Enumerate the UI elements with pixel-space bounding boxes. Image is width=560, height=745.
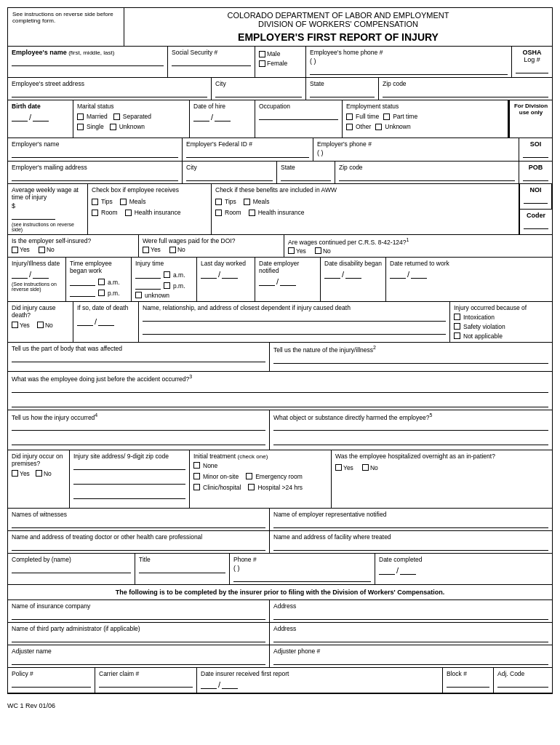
gender-cell: Male Female bbox=[255, 47, 306, 77]
room2-cb[interactable]: Room bbox=[215, 209, 241, 216]
began-am[interactable]: a.m. bbox=[98, 279, 120, 286]
insurer-section-header: The following is to be completed by the … bbox=[8, 585, 552, 600]
employer-phone-label: Employer's phone # bbox=[317, 140, 515, 148]
time-began-label: Time employee began work bbox=[70, 260, 127, 274]
hospital-cb[interactable]: Hospital >24 hrs bbox=[248, 484, 303, 491]
wages-continued-cell: Are wages continued per C.R.S. 8-42-124?… bbox=[284, 235, 552, 257]
injury-pm[interactable]: p.m. bbox=[164, 282, 185, 290]
wages-no[interactable]: No bbox=[169, 246, 185, 253]
form-main-title: EMPLOYER'S FIRST REPORT OF INJURY bbox=[127, 31, 549, 43]
employment-status-cell: Employment status Full time Part time Ot… bbox=[343, 100, 508, 138]
injury-am[interactable]: a.m. bbox=[164, 271, 185, 279]
insurance-address-cell: Address bbox=[270, 600, 552, 622]
instructions-label: See instructions on reverse side before … bbox=[12, 11, 113, 24]
occupation-label: Occupation bbox=[259, 103, 338, 110]
federal-id-cell: Employer's Federal ID # bbox=[183, 138, 313, 161]
room-cb[interactable]: Room bbox=[92, 209, 118, 216]
full-wages-label: Were full wages paid for the DOI? bbox=[143, 237, 280, 244]
self-yes[interactable]: Yes bbox=[12, 246, 30, 253]
wc-footer-label: WC 1 Rev 01/06 bbox=[7, 702, 55, 709]
hire-date-cell: Date of hire / bbox=[190, 100, 255, 138]
carrier-label: Carrier claim # bbox=[99, 670, 193, 677]
mailing-zip-label: Zip code bbox=[339, 164, 515, 171]
meals-cb[interactable]: Meals bbox=[120, 198, 146, 205]
health-cb[interactable]: Health insurance bbox=[125, 209, 181, 216]
meals2-cb[interactable]: Meals bbox=[244, 198, 270, 205]
osha-label: OSHA bbox=[516, 49, 548, 56]
block-cell: Block # bbox=[443, 668, 494, 693]
nature-cell: Tell us the nature of the injury/illness… bbox=[270, 343, 552, 371]
fulltime-option[interactable]: Full time bbox=[346, 113, 379, 120]
began-pm[interactable]: p.m. bbox=[98, 290, 120, 297]
marital-label: Marital status bbox=[77, 103, 185, 110]
unknown2-option[interactable]: Unknown bbox=[375, 123, 410, 130]
separated-option[interactable]: Separated bbox=[113, 113, 151, 120]
federal-id-label: Employer's Federal ID # bbox=[186, 140, 309, 148]
treating-doctor-cell: Name and address of treating doctor or o… bbox=[8, 531, 270, 553]
married-option[interactable]: Married bbox=[77, 113, 108, 120]
instructions-text: See instructions on reverse side before … bbox=[8, 8, 124, 46]
tips2-cb[interactable]: Tips bbox=[215, 198, 236, 205]
coder-label: Coder bbox=[527, 212, 545, 219]
marital-status-cell: Marital status Married Separated Single … bbox=[73, 100, 190, 138]
female-option[interactable]: Female bbox=[259, 60, 287, 67]
mailing-label: Employer's mailing address bbox=[12, 164, 178, 171]
other-option[interactable]: Other bbox=[346, 123, 371, 130]
self-insured-cell: Is the employer self-insured? Yes No bbox=[8, 235, 139, 257]
premises-no[interactable]: No bbox=[36, 470, 52, 477]
ssn-label: Social Security # bbox=[172, 49, 251, 56]
name-rel-cell: Name, relationship, and address of close… bbox=[139, 302, 450, 342]
doing-before-cell: What was the employee doing just before … bbox=[8, 372, 552, 410]
intox-cb[interactable]: Intoxication bbox=[454, 314, 548, 321]
full-wages-cell: Were full wages paid for the DOI? Yes No bbox=[139, 235, 284, 257]
title-cell: Title bbox=[135, 554, 230, 584]
safety-cb[interactable]: Safety violation bbox=[454, 323, 548, 330]
mailing-city-cell: City bbox=[183, 162, 277, 183]
wages-cont-yes[interactable]: Yes bbox=[288, 247, 306, 255]
unknown-option[interactable]: Unknown bbox=[110, 123, 145, 130]
noi-cell: NOI bbox=[520, 184, 552, 210]
health2-cb[interactable]: Health insurance bbox=[249, 209, 305, 216]
minor-cb[interactable]: Minor on-site bbox=[193, 473, 239, 480]
self-no[interactable]: No bbox=[39, 246, 55, 253]
hosp-yes[interactable]: Yes bbox=[335, 464, 353, 471]
death-yes[interactable]: Yes bbox=[12, 322, 30, 329]
premises-yes[interactable]: Yes bbox=[12, 470, 30, 477]
city-cell: City bbox=[212, 78, 306, 100]
male-option[interactable]: Male bbox=[259, 50, 280, 57]
insurance-name-cell: Name of insurance company bbox=[8, 600, 270, 622]
injury-time-label: Injury time bbox=[135, 260, 193, 267]
death-no[interactable]: No bbox=[37, 322, 53, 329]
osha-cell: OSHA Log # bbox=[512, 47, 552, 77]
wages-yes[interactable]: Yes bbox=[143, 246, 161, 253]
none-cb[interactable]: None bbox=[193, 462, 327, 469]
injury-site-cell: Injury site address/ 9-digit zip code bbox=[70, 450, 190, 508]
not-applicable-cb[interactable]: Not applicable bbox=[454, 332, 548, 340]
parttime-option[interactable]: Part time bbox=[383, 113, 417, 120]
third-party-cell: Name of third party administrator (if ap… bbox=[8, 623, 270, 645]
adj-code-label: Adj. Code bbox=[497, 670, 548, 677]
policy-cell: Policy # bbox=[8, 668, 95, 693]
carrier-claim-cell: Carrier claim # bbox=[95, 668, 197, 693]
completed-by-cell: Completed by (name) bbox=[8, 554, 135, 584]
street-address-cell: Employee's street address bbox=[8, 78, 212, 100]
premises-cell: Did injury occur on premises? Yes No bbox=[8, 450, 70, 508]
injury-date-cell: Injury/Illness date / (See instructions … bbox=[8, 258, 66, 301]
single-option[interactable]: Single bbox=[77, 123, 104, 130]
wages-cont-no[interactable]: No bbox=[315, 247, 331, 255]
emergency-cb[interactable]: Emergency room bbox=[246, 473, 303, 480]
aww-cell: Average weekly wage at time of injury $ … bbox=[8, 184, 88, 234]
street-label: Employee's street address bbox=[12, 80, 207, 87]
mailing-state-cell: State bbox=[277, 162, 335, 183]
witnesses-label: Names of witnesses bbox=[12, 511, 265, 518]
date-disability-label: Date disability began bbox=[324, 260, 382, 267]
if-so-label: If so, date of death bbox=[77, 304, 135, 311]
hosp-no[interactable]: No bbox=[362, 464, 378, 471]
tips-cb[interactable]: Tips bbox=[92, 198, 113, 205]
body-part-label: Tell us the part of body that was affect… bbox=[12, 345, 265, 352]
injury-because-label: Injury occurred because of bbox=[454, 304, 548, 311]
injury-because-cell: Injury occurred because of Intoxication … bbox=[450, 302, 552, 342]
clinic-cb[interactable]: Clinic/hospital bbox=[193, 484, 241, 491]
injury-unknown[interactable]: unknown bbox=[135, 292, 193, 299]
date-completed-cell: Date completed / bbox=[375, 554, 552, 584]
